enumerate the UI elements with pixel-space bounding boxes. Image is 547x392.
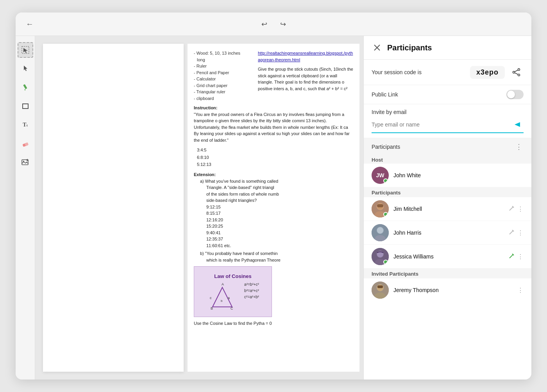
svg-text:b: b — [221, 299, 223, 303]
participants-sub-label: Participants — [364, 187, 531, 197]
host-section-label: Host — [364, 155, 531, 164]
slide-content: - Wood: 5, 10, 13 inches long - Ruler - … — [188, 44, 359, 372]
session-code: x3epo — [470, 66, 505, 79]
left-toolbar: Tt — [16, 36, 35, 380]
participants-more-button[interactable]: ⋮ — [514, 142, 524, 151]
svg-marker-1 — [23, 48, 28, 53]
avatar-john-harris — [372, 224, 389, 241]
svg-marker-3 — [24, 89, 25, 91]
select-tool[interactable] — [18, 42, 33, 58]
jim-online-dot — [383, 212, 388, 217]
extension-title: Extension: — [194, 171, 353, 178]
panel-title: Participants — [387, 43, 524, 52]
host-initials: JW — [376, 172, 384, 178]
eraser-tool[interactable] — [18, 136, 33, 151]
svg-text:A: A — [222, 282, 224, 286]
app-container: ← ↩ ↪ — [16, 12, 531, 380]
canvas-area: - Wood: 5, 10, 13 inches long - Ruler - … — [35, 36, 363, 380]
toolbar-center: ↩ ↪ — [258, 18, 289, 30]
svg-rect-4 — [23, 104, 28, 109]
doc-footer: Use the Cosine Law to find the Pytha = 0 — [194, 320, 353, 327]
extension-a: a) What you've found is something called — [200, 178, 353, 185]
pen-tool[interactable] — [18, 80, 33, 95]
avatar-jessica — [372, 248, 389, 265]
host-name: John White — [393, 172, 524, 178]
extension-b: b) "You probably have heard of somethin — [200, 250, 353, 257]
svg-text:B: B — [211, 306, 213, 310]
redo-button[interactable]: ↪ — [277, 18, 289, 30]
top-bar: ← ↩ ↪ — [16, 12, 531, 36]
svg-point-22 — [513, 71, 515, 73]
host-item: JW John White — [364, 164, 531, 187]
panel-header: Participants — [364, 36, 531, 60]
undo-button[interactable]: ↩ — [258, 18, 270, 30]
participant-jeremy: Jeremy Thompson ⋮ — [364, 278, 531, 302]
toggle-knob — [507, 91, 515, 98]
svg-rect-2 — [23, 84, 27, 89]
pointer-tool[interactable] — [18, 61, 33, 77]
session-row: Your session code is x3epo — [364, 60, 531, 85]
ratios: 3:4:56:8:105:12:13 — [197, 146, 353, 168]
invite-input-row — [372, 118, 524, 133]
svg-point-23 — [518, 74, 520, 76]
svg-text:c: c — [210, 296, 212, 300]
send-invite-button[interactable] — [511, 118, 524, 131]
participants-section-label: Participants — [372, 144, 514, 150]
jessica-online-dot — [383, 260, 388, 264]
slide-left-blank — [43, 44, 184, 372]
session-label: Your session code is — [372, 69, 465, 75]
jim-more-button[interactable]: ⋮ — [517, 205, 524, 213]
jim-actions: ⋮ — [509, 205, 524, 213]
jeremy-actions: ⋮ — [517, 287, 524, 294]
doc-link[interactable]: http://realtachingmeansreallearning.blog… — [258, 50, 353, 63]
svg-marker-26 — [515, 122, 520, 127]
jeremy-more-button[interactable]: ⋮ — [517, 287, 524, 294]
john-harris-edit-icon[interactable] — [509, 230, 514, 236]
jeremy-name: Jeremy Thompson — [393, 287, 513, 293]
jessica-name: Jessica Williams — [393, 253, 504, 260]
invite-label: Invite by email — [372, 109, 524, 115]
share-button[interactable] — [509, 65, 524, 79]
right-panel: Participants Your session code is x3epo — [363, 36, 531, 380]
jim-edit-icon[interactable] — [509, 206, 514, 212]
svg-line-25 — [515, 73, 518, 75]
svg-text:C: C — [231, 306, 233, 310]
participants-scroll[interactable]: Participants ⋮ Host JW John White Parti — [364, 138, 531, 380]
close-panel-button[interactable] — [372, 42, 383, 53]
svg-rect-31 — [377, 204, 383, 207]
instruction-body: "You are the proud owners of a Flea Circ… — [194, 111, 353, 144]
public-link-label: Public Link — [372, 91, 502, 98]
law-of-cosines: Law of Cosines c A b a B C — [194, 266, 272, 317]
jim-name: Jim Mitchell — [393, 206, 504, 212]
doc-body: Give the group the stick cutouts (5inch,… — [258, 66, 353, 92]
jessica-actions: ⋮ — [509, 253, 524, 260]
back-button[interactable]: ← — [23, 18, 36, 30]
main-layout: Tt — [16, 36, 531, 380]
public-link-row: Public Link — [364, 85, 531, 104]
svg-point-37 — [377, 227, 383, 233]
avatar-jim — [372, 200, 389, 217]
jessica-more-button[interactable]: ⋮ — [517, 253, 524, 260]
host-online-dot — [383, 178, 388, 183]
invite-input[interactable] — [372, 121, 511, 128]
text-tool[interactable]: Tt — [18, 117, 33, 133]
john-harris-name: John Harris — [393, 230, 504, 236]
image-tool[interactable] — [18, 155, 33, 170]
host-avatar: JW — [372, 167, 389, 184]
participant-john-harris: John Harris ⋮ — [364, 221, 531, 245]
participant-jim: Jim Mitchell ⋮ — [364, 197, 531, 221]
rectangle-tool[interactable] — [18, 98, 33, 114]
avatar-jeremy — [372, 282, 389, 299]
public-link-toggle[interactable] — [506, 90, 524, 99]
invited-section-label: Invited Participants — [364, 269, 531, 278]
participant-jessica: Jessica Williams ⋮ — [364, 245, 531, 269]
svg-line-24 — [515, 70, 518, 72]
svg-rect-50 — [377, 285, 383, 288]
jessica-edit-icon[interactable] — [509, 253, 514, 260]
john-harris-actions: ⋮ — [509, 229, 524, 237]
svg-line-12 — [213, 287, 222, 307]
invite-section: Invite by email — [364, 104, 531, 138]
john-harris-more-button[interactable]: ⋮ — [517, 229, 524, 237]
instruction-title: Instruction: — [194, 105, 353, 111]
svg-point-21 — [518, 69, 520, 71]
